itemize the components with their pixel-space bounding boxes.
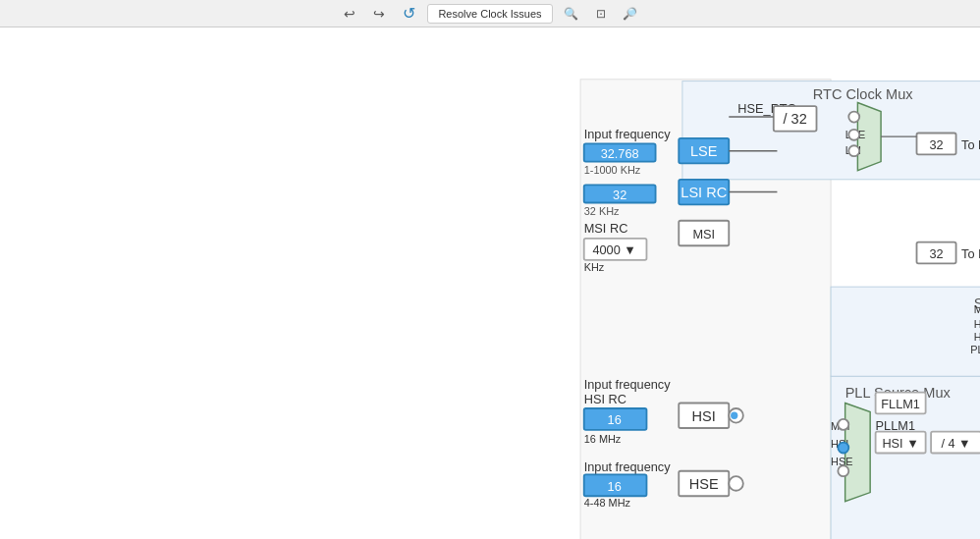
svg-text:MSI: MSI bbox=[831, 420, 849, 432]
refresh-button[interactable]: ↺ bbox=[398, 3, 419, 25]
svg-point-51 bbox=[731, 412, 737, 419]
svg-text:HSI: HSI bbox=[974, 318, 980, 330]
svg-text:PLL Source Mux: PLL Source Mux bbox=[845, 385, 952, 401]
svg-rect-0 bbox=[580, 80, 831, 539]
svg-text:16: 16 bbox=[608, 412, 622, 427]
clock-diagram[interactable]: PLL Source Mux RTC Clock Mux System Cloc… bbox=[0, 27, 980, 539]
svg-point-64 bbox=[838, 443, 848, 454]
svg-text:32: 32 bbox=[929, 246, 943, 261]
fit-button[interactable]: ⊡ bbox=[590, 3, 612, 25]
svg-point-65 bbox=[838, 465, 848, 476]
svg-point-63 bbox=[838, 419, 848, 430]
svg-rect-30 bbox=[917, 133, 956, 154]
svg-text:32 KHz: 32 KHz bbox=[584, 205, 620, 217]
svg-rect-56 bbox=[679, 471, 729, 497]
svg-text:HSI ▼: HSI ▼ bbox=[882, 436, 918, 451]
svg-rect-45 bbox=[584, 408, 647, 430]
svg-text:HSI: HSI bbox=[831, 438, 848, 450]
main-diagram: PLL Source Mux RTC Clock Mux System Cloc… bbox=[0, 27, 980, 539]
svg-point-28 bbox=[848, 145, 859, 156]
svg-text:LSI: LSI bbox=[845, 144, 861, 156]
toolbar: ↩ ↪ ↺ Resolve Clock Issues 🔍 ⊡ 🔎 bbox=[0, 0, 980, 27]
svg-rect-40 bbox=[584, 239, 647, 260]
svg-marker-59 bbox=[845, 404, 871, 502]
resolve-button[interactable]: Resolve Clock Issues bbox=[427, 4, 552, 24]
svg-rect-71 bbox=[931, 432, 980, 454]
svg-rect-13 bbox=[679, 180, 729, 205]
redo-button[interactable]: ↪ bbox=[368, 3, 390, 25]
svg-text:System Clock Mux: System Clock Mux bbox=[974, 296, 980, 311]
diagram-svg: PLL Source Mux RTC Clock Mux System Cloc… bbox=[0, 27, 980, 539]
svg-rect-5 bbox=[831, 287, 980, 376]
svg-text:HSE: HSE bbox=[689, 476, 719, 492]
svg-rect-1 bbox=[831, 376, 980, 539]
svg-text:32.768: 32.768 bbox=[601, 146, 639, 161]
svg-text:4000 ▼: 4000 ▼ bbox=[592, 243, 636, 257]
svg-text:To IWDG (KHz): To IWDG (KHz) bbox=[961, 246, 980, 261]
zoom-out-button[interactable]: 🔎 bbox=[620, 3, 641, 25]
svg-text:32: 32 bbox=[929, 137, 943, 152]
svg-text:LSE: LSE bbox=[690, 143, 718, 159]
svg-text:1-1000 KHz: 1-1000 KHz bbox=[584, 164, 641, 176]
svg-rect-48 bbox=[679, 404, 729, 429]
svg-text:LSE: LSE bbox=[845, 129, 866, 140]
svg-rect-67 bbox=[876, 432, 926, 454]
svg-rect-69 bbox=[876, 393, 926, 414]
svg-text:MSI RC: MSI RC bbox=[584, 221, 628, 236]
svg-rect-8 bbox=[679, 138, 729, 164]
svg-rect-34 bbox=[917, 243, 956, 264]
svg-rect-21 bbox=[774, 106, 817, 132]
svg-marker-24 bbox=[857, 103, 881, 171]
svg-text:16: 16 bbox=[608, 479, 622, 494]
svg-text:/ 32: / 32 bbox=[784, 111, 807, 127]
svg-text:KHz: KHz bbox=[584, 261, 605, 273]
svg-text:HSE: HSE bbox=[974, 331, 980, 343]
svg-rect-38 bbox=[679, 221, 729, 246]
svg-text:Input frequency: Input frequency bbox=[584, 459, 672, 474]
svg-point-50 bbox=[729, 408, 743, 423]
svg-text:16 MHz: 16 MHz bbox=[584, 433, 622, 445]
svg-rect-10 bbox=[584, 143, 656, 161]
svg-text:PLLCLK: PLLCLK bbox=[970, 344, 980, 355]
svg-text:PLLM1: PLLM1 bbox=[876, 418, 915, 433]
svg-text:32: 32 bbox=[613, 188, 626, 202]
svg-point-29 bbox=[848, 112, 859, 123]
zoom-search-button[interactable]: 🔍 bbox=[561, 3, 582, 25]
svg-point-27 bbox=[848, 130, 859, 140]
svg-rect-53 bbox=[584, 474, 647, 496]
svg-text:MSI: MSI bbox=[974, 303, 980, 315]
svg-rect-3 bbox=[682, 81, 980, 180]
undo-button[interactable]: ↩ bbox=[339, 3, 360, 25]
svg-text:Input frequency: Input frequency bbox=[584, 127, 672, 141]
resolve-label: Resolve Clock Issues bbox=[438, 8, 541, 20]
svg-text:HSE_RTC: HSE_RTC bbox=[737, 101, 795, 116]
svg-text:/ 4 ▼: / 4 ▼ bbox=[941, 436, 970, 451]
svg-point-58 bbox=[729, 476, 743, 491]
svg-text:HSE: HSE bbox=[831, 456, 852, 467]
svg-text:4-48 MHz: 4-48 MHz bbox=[584, 497, 631, 509]
svg-text:To RTC (KHz): To RTC (KHz) bbox=[961, 137, 980, 152]
svg-text:MSI: MSI bbox=[692, 227, 715, 242]
svg-rect-15 bbox=[584, 185, 656, 202]
svg-text:RTC Clock Mux: RTC Clock Mux bbox=[813, 86, 913, 102]
svg-text:LSI RC: LSI RC bbox=[681, 185, 727, 200]
svg-text:Input frequency: Input frequency bbox=[584, 377, 672, 392]
svg-text:HSI: HSI bbox=[692, 408, 716, 424]
svg-text:HSI RC: HSI RC bbox=[584, 392, 626, 406]
svg-text:FLLM1: FLLM1 bbox=[881, 397, 920, 411]
